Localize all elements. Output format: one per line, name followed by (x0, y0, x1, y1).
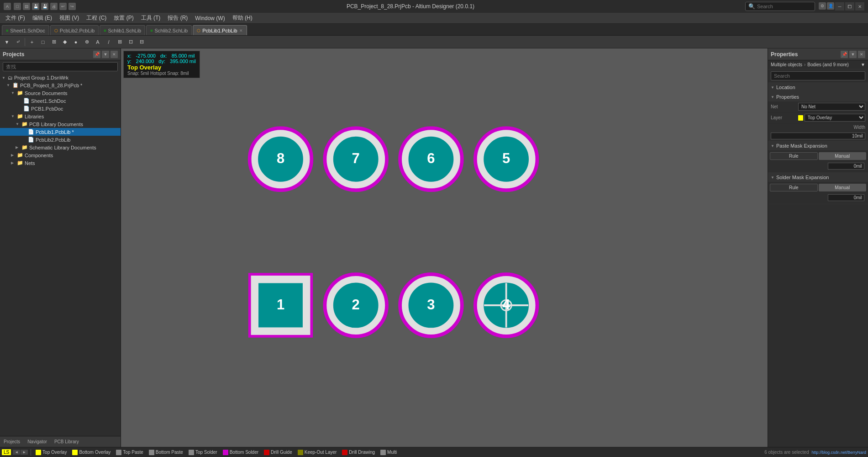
tab-pcb-library[interactable]: PCB Library (51, 439, 83, 445)
nav-left-button[interactable]: ◄ (13, 450, 20, 455)
paste-manual-button[interactable]: Manual (819, 152, 867, 160)
open-icon[interactable]: ▤ (23, 3, 30, 10)
tree-item-pcb-project[interactable]: ▼ 📋 PCB_Project_8_28.PrjPcb * (0, 81, 121, 89)
status-layer-bottom-overlay[interactable]: Bottom Overlay (70, 450, 112, 455)
tree-item-pcblib2[interactable]: 📄 PcbLib2.PcbLib (0, 136, 121, 143)
solder-mask-input[interactable] (828, 194, 864, 201)
width-input[interactable] (771, 133, 865, 139)
properties-search-input[interactable] (771, 71, 865, 80)
filter-tool[interactable]: ▼ (2, 37, 12, 47)
status-layer-keepout[interactable]: Keep-Out Layer (296, 450, 339, 455)
status-layer-bottom-paste[interactable]: Bottom Paste (147, 450, 185, 455)
title-search-input[interactable] (757, 4, 812, 9)
circle-tool[interactable]: ● (71, 37, 81, 47)
save-all-icon[interactable]: 💾 (41, 3, 48, 10)
properties-section-header[interactable]: ▼ Properties (768, 92, 868, 101)
settings-icon[interactable]: ⚙ (819, 2, 826, 10)
menu-place[interactable]: 放置 (P) (110, 13, 137, 23)
panel-pin-button[interactable]: 📌 (93, 51, 100, 58)
layer-select[interactable]: Top Overlay (805, 114, 865, 122)
right-panel-menu-button[interactable]: ▼ (849, 51, 857, 58)
tree-item-project-group[interactable]: ▼ 🗂 Project Group 1.DsnWrk (0, 74, 121, 81)
tree-item-sheet1[interactable]: 📄 Sheet1.SchDoc (0, 97, 121, 105)
tab-navigator[interactable]: Navigator (24, 439, 51, 445)
solder-rule-button[interactable]: Rule (770, 184, 818, 191)
menu-report[interactable]: 报告 (R) (164, 13, 191, 23)
menu-file[interactable]: 文件 (F) (2, 13, 29, 23)
pad-2[interactable]: 2 (325, 274, 387, 336)
save-icon[interactable]: 💾 (32, 3, 39, 10)
tab-schlib2[interactable]: ≡ Schlib2.SchLib (146, 25, 192, 35)
nav-right-button[interactable]: ► (21, 450, 28, 455)
paste-mask-header[interactable]: ▼ Paste Mask Expansion (768, 141, 868, 150)
tab-projects[interactable]: Projects (0, 439, 24, 445)
tree-item-pcb1[interactable]: 📄 PCB1.PcbDoc (0, 105, 121, 112)
restore-button[interactable]: ⧠ (845, 2, 854, 11)
pad-1[interactable]: 1 (250, 274, 312, 336)
title-search-box[interactable]: 🔍 (745, 2, 815, 11)
tree-item-sch-lib-docs[interactable]: ▶ 📁 Schematic Library Documents (0, 143, 121, 151)
measure-tool[interactable]: ⊡ (126, 37, 136, 47)
status-layer-multi[interactable]: Multi (379, 450, 399, 455)
chart-tool[interactable]: ⊞ (49, 37, 59, 47)
solder-mask-header[interactable]: ▼ Solder Mask Expansion (768, 173, 868, 182)
status-layer-drill-drawing[interactable]: Drill Drawing (340, 450, 377, 455)
tab-sheet1-schdoc[interactable]: ≡ Sheet1.SchDoc (2, 25, 49, 35)
line-tool[interactable]: / (104, 37, 114, 47)
panel-menu-button[interactable]: ▼ (102, 51, 109, 58)
tree-item-source-docs[interactable]: ▼ 📁 Source Documents (0, 89, 121, 97)
snap-tool[interactable]: ⊞ (115, 37, 125, 47)
new-icon[interactable]: □ (14, 3, 21, 10)
tree-item-pcb-lib-docs[interactable]: ▼ 📁 PCB Library Documents (0, 120, 121, 128)
undo-icon[interactable]: ↩ (59, 3, 67, 10)
highlight-tool[interactable]: ⤶ (13, 37, 23, 47)
status-layer-bottom-solder[interactable]: Bottom Solder (221, 450, 260, 455)
tree-item-nets[interactable]: ▶ 📁 Nets (0, 159, 121, 167)
menu-help[interactable]: 帮助 (H) (229, 13, 256, 23)
status-layer-top-paste[interactable]: Top Paste (114, 450, 145, 455)
menu-edit[interactable]: 编辑 (E) (29, 13, 56, 23)
tab-pcblib2[interactable]: ⬡ PcbLib2.PcbLib (50, 25, 99, 35)
status-layer-top-solder[interactable]: Top Solder (187, 450, 219, 455)
menu-tools[interactable]: 工具 (T) (137, 13, 164, 23)
paste-rule-button[interactable]: Rule (770, 152, 818, 160)
pad-4[interactable]: 4 (475, 274, 537, 336)
tree-item-libraries[interactable]: ▼ 📁 Libraries (0, 112, 121, 120)
fill-tool[interactable]: ◆ (60, 37, 70, 47)
print-icon[interactable]: 🖨 (50, 3, 58, 10)
menu-view[interactable]: 视图 (V) (56, 13, 83, 23)
tab-close-icon[interactable]: ✕ (239, 28, 243, 33)
add-tool[interactable]: + (27, 37, 37, 47)
menu-window[interactable]: Window (W) (191, 14, 228, 22)
user-icon[interactable]: 👤 (827, 2, 834, 10)
pad-3[interactable]: 3 (400, 274, 462, 336)
right-panel-pin-button[interactable]: 📌 (841, 51, 848, 58)
rectangle-tool[interactable]: □ (38, 37, 48, 47)
pad-6[interactable]: 6 (400, 128, 462, 190)
solder-manual-button[interactable]: Manual (819, 184, 867, 191)
paste-mask-input[interactable] (828, 163, 864, 170)
pad-8[interactable]: 8 (250, 128, 312, 190)
tab-pcblib1-active[interactable]: ⬡ PcbLib1.PcbLib ✕ (193, 25, 247, 35)
close-button[interactable]: ✕ (855, 2, 864, 11)
pin-tool[interactable]: ⊕ (82, 37, 92, 47)
status-layer-top-overlay[interactable]: Top Overlay (34, 450, 68, 455)
minimize-button[interactable]: ─ (835, 2, 844, 11)
canvas-area[interactable]: x: -275.000 dx: 85.000 mil y: 240.000 dy… (121, 48, 768, 447)
status-layer-drill-guide[interactable]: Drill Guide (262, 450, 294, 455)
pad-7[interactable]: 7 (325, 128, 387, 190)
menu-project[interactable]: 工程 (C) (83, 13, 110, 23)
panel-close-button[interactable]: ✕ (110, 51, 118, 58)
right-panel-close-button[interactable]: ✕ (858, 51, 865, 58)
pad-5[interactable]: 5 (475, 128, 537, 190)
filter-icon[interactable]: ▼ (861, 62, 865, 67)
text-tool[interactable]: A (93, 37, 103, 47)
location-section-header[interactable]: ▼ Location (768, 83, 868, 92)
zoom-tool[interactable]: ⊟ (137, 37, 147, 47)
tab-schlib1[interactable]: ≡ Schlib1.SchLib (100, 25, 145, 35)
tree-item-components[interactable]: ▶ 📁 Components (0, 151, 121, 159)
net-select[interactable]: No Net (798, 103, 865, 111)
project-search-input[interactable] (3, 62, 118, 71)
tree-item-pcblib1-selected[interactable]: 📄 PcbLib1.PcbLib * (0, 128, 121, 136)
redo-icon[interactable]: ↪ (68, 3, 76, 10)
